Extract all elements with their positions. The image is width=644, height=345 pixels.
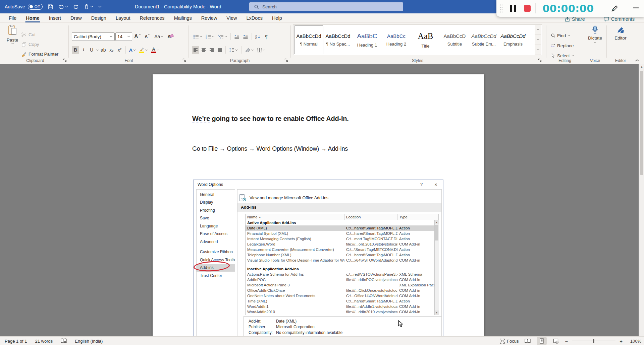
tab-view[interactable]: View	[222, 13, 241, 22]
drag-handle-icon[interactable]	[499, 4, 503, 13]
addin-row[interactable]: Instant Messaging Contacts (English)C:\.…	[246, 236, 439, 242]
font-color-button[interactable]: A	[150, 46, 161, 54]
dialog-sidebar-item-language[interactable]: Language	[197, 222, 235, 230]
font-family-select[interactable]: Calibri (Body)	[72, 32, 115, 41]
strikethrough-button[interactable]: ab	[99, 46, 107, 54]
tab-draw[interactable]: Draw	[66, 13, 87, 22]
focus-mode-button[interactable]: Focus	[500, 339, 519, 344]
superscript-button[interactable]: x²	[116, 46, 123, 54]
zoom-slider-thumb[interactable]	[593, 339, 594, 343]
stop-recording-button[interactable]	[524, 5, 531, 12]
styles-more-button[interactable]	[535, 45, 541, 55]
sort-button[interactable]	[254, 32, 262, 41]
paste-button[interactable]: Paste	[5, 24, 20, 56]
tab-insert[interactable]: Insert	[44, 13, 66, 22]
shrink-font-button[interactable]: A	[144, 32, 153, 41]
line-spacing-button[interactable]	[228, 46, 239, 54]
style-normal[interactable]: AaBbCcDd¶ Normal	[294, 25, 323, 54]
dialog-sidebar-item-general[interactable]: General	[197, 191, 235, 199]
minimize-recorder-button[interactable]	[633, 7, 639, 8]
numbering-button[interactable]	[204, 32, 216, 41]
word-count-status[interactable]: 21 words	[35, 339, 53, 344]
tab-mailings[interactable]: Mailings	[169, 13, 197, 22]
cut-button[interactable]: Cut	[21, 30, 58, 40]
align-center-button[interactable]	[200, 46, 207, 54]
search-box[interactable]	[249, 2, 403, 11]
align-left-button[interactable]	[192, 46, 199, 54]
addin-row[interactable]: Financial Symbol (XML)C:\...hared\Smart …	[246, 231, 439, 236]
style-subtitle[interactable]: AaBbCcDSubtitle	[440, 25, 469, 54]
zoom-level[interactable]: 100%	[627, 339, 641, 344]
language-status[interactable]: English (India)	[75, 339, 103, 344]
print-layout-button[interactable]	[537, 337, 547, 345]
text-effects-button[interactable]: A	[128, 46, 138, 54]
addin-row[interactable]: AddInPOCfile:///...ddInPOC.vsto|vstoloca…	[246, 277, 439, 282]
font-size-select[interactable]: 14	[115, 32, 132, 41]
style-nospace[interactable]: AaBbCcDd¶ No Spac...	[323, 25, 353, 54]
style-emphasis[interactable]: AaBbCcDdEmphasis	[498, 25, 528, 54]
align-right-button[interactable]	[208, 46, 215, 54]
addin-row[interactable]: Date (XML)C:\...hared\Smart Tag\MOFL.DLL…	[246, 225, 439, 231]
addin-row[interactable]: WordAddIn1file:///...rdAddIn1.vsto|vstol…	[246, 304, 439, 309]
web-layout-button[interactable]	[551, 337, 561, 345]
format-painter-button[interactable]: Format Painter	[21, 49, 58, 59]
styles-dialog-launcher[interactable]	[538, 58, 542, 62]
select-button[interactable]: Select	[551, 52, 574, 59]
zoom-in-button[interactable]: +	[620, 338, 623, 344]
chevron-down-icon[interactable]	[96, 49, 99, 51]
decrease-indent-button[interactable]	[233, 32, 241, 41]
save-button[interactable]	[48, 4, 53, 10]
find-button[interactable]: Find	[551, 32, 570, 39]
column-header-location[interactable]: Location	[344, 214, 397, 220]
clipboard-dialog-launcher[interactable]	[63, 58, 67, 62]
search-input[interactable]	[262, 4, 390, 9]
change-case-button[interactable]: Aa	[153, 32, 165, 41]
tab-home[interactable]: Home	[21, 13, 44, 22]
font-dialog-launcher[interactable]	[182, 58, 186, 62]
dialog-sidebar-item-customize-ribbon[interactable]: Customize Ribbon	[197, 248, 235, 256]
clear-formatting-button[interactable]: A	[165, 32, 173, 41]
shading-button[interactable]	[244, 46, 255, 54]
underline-button[interactable]: U	[88, 46, 95, 54]
read-mode-button[interactable]	[523, 337, 533, 345]
dialog-sidebar-item-proofing[interactable]: Proofing	[197, 206, 235, 214]
pause-recording-button[interactable]	[510, 5, 516, 12]
dialog-close-button[interactable]: ×	[434, 182, 437, 187]
proofing-errors-button[interactable]	[61, 338, 67, 344]
text-highlight-button[interactable]	[138, 46, 149, 54]
autosave-switch[interactable]: Off	[28, 4, 43, 10]
dialog-help-button[interactable]: ?	[420, 182, 423, 187]
dialog-sidebar-item-advanced[interactable]: Advanced	[197, 238, 235, 246]
autosave-toggle[interactable]: AutoSave Off	[5, 4, 43, 10]
dialog-sidebar-item-save[interactable]: Save	[197, 214, 235, 222]
addin-row[interactable]: OneNote Notes about Word DocumentsC:\...…	[246, 293, 439, 298]
style-h2[interactable]: AaBbCcHeading 2	[382, 25, 411, 54]
bold-button[interactable]: B	[72, 46, 79, 54]
style-title[interactable]: AaBTitle	[411, 25, 440, 54]
dialog-sidebar-item-ease-of-access[interactable]: Ease of Access	[197, 230, 235, 238]
tab-review[interactable]: Review	[197, 13, 222, 22]
collapse-ribbon-button[interactable]	[635, 59, 639, 62]
document-page[interactable]: We’re going to see how to re enable Offi…	[153, 74, 484, 336]
editor-button[interactable]: Editor	[608, 25, 633, 41]
style-h1[interactable]: AaBbCHeading 1	[353, 25, 382, 54]
subscript-button[interactable]: x₂	[108, 46, 115, 54]
document-scrollbar[interactable]: ▲	[639, 64, 644, 336]
touch-mouse-mode-button[interactable]	[84, 4, 93, 9]
addin-row[interactable]: Measurement Converter (Measurement Conve…	[246, 247, 439, 252]
increase-indent-button[interactable]	[241, 32, 250, 41]
annotate-pen-button[interactable]	[611, 5, 619, 12]
addin-row[interactable]: Telephone Number (XML)C:\...hared\Smart …	[246, 252, 439, 258]
addin-row[interactable]: ActionsPane Schema for Add-Insc:\...red\…	[246, 272, 439, 277]
bullets-button[interactable]	[192, 32, 204, 41]
column-header-type[interactable]: Type	[397, 214, 439, 220]
scroll-down-icon[interactable]: ▼	[435, 310, 439, 315]
dialog-sidebar-item-trust-center[interactable]: Trust Center	[197, 272, 235, 280]
tab-file[interactable]: File	[4, 13, 21, 22]
borders-button[interactable]	[256, 46, 267, 54]
multilevel-list-button[interactable]	[217, 32, 228, 41]
copy-button[interactable]: Copy	[21, 40, 58, 49]
dictate-button[interactable]: Dictate	[585, 25, 605, 44]
column-header-name[interactable]: Name▲	[246, 214, 344, 220]
replace-button[interactable]: Replace	[551, 42, 574, 49]
